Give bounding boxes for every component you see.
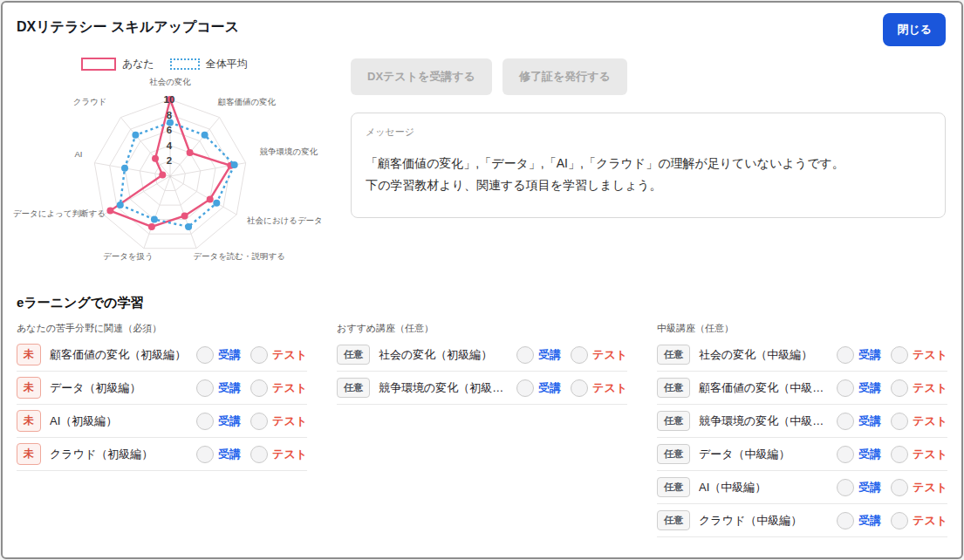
course-label: クラウド（初級編） [50, 447, 188, 462]
course-status-badge: 任意 [337, 345, 370, 365]
attend-label[interactable]: 受講 [858, 347, 881, 363]
svg-text:4: 4 [167, 140, 173, 151]
course-columns: あなたの苦手分野に関連（必須） 未 顧客価値の変化（初級編） 受講 テスト 未 … [17, 322, 947, 537]
test-radio[interactable] [571, 379, 588, 397]
test-label[interactable]: テスト [913, 347, 947, 363]
course-controls: 受講 テスト [837, 512, 947, 529]
average-series-swatch [170, 58, 200, 70]
course-status-badge: 任意 [657, 378, 690, 398]
attend-radio[interactable] [196, 379, 214, 397]
attend-radio[interactable] [837, 512, 854, 529]
attend-label[interactable]: 受講 [858, 380, 881, 396]
course-label: 競争環境の変化（中級編） [699, 413, 828, 429]
certificate-button[interactable]: 修了証を発行する [503, 58, 627, 95]
radar-zone: あなた 全体平均 246810社会の変化顧客価値の変化競争環境の変化社会における… [10, 46, 337, 277]
course-row: 未 顧客価値の変化（初級編） 受講 テスト [17, 338, 307, 372]
message-line: 下の学習教材より、関連する項目を学習しましょう。 [366, 174, 931, 196]
test-label[interactable]: テスト [913, 480, 947, 495]
course-row: 任意 クラウド（中級編） 受講 テスト [657, 504, 947, 537]
attend-radio[interactable] [837, 413, 854, 430]
test-radio[interactable] [250, 346, 268, 364]
course-status-badge: 未 [17, 344, 41, 365]
test-radio[interactable] [891, 413, 908, 430]
attend-radio[interactable] [837, 379, 854, 397]
course-list: 任意 社会の変化（初級編） 受講 テスト 任意 競争環境の変化（初級編） 受講 … [337, 338, 627, 405]
message-card: メッセージ 「顧客価値の変化」,「データ」,「AI」,「クラウド」の理解が足りて… [351, 113, 946, 218]
test-radio[interactable] [891, 512, 908, 529]
close-button[interactable]: 閉じる [883, 13, 946, 46]
attend-radio[interactable] [196, 446, 214, 463]
attend-radio[interactable] [516, 379, 534, 397]
test-label[interactable]: テスト [272, 447, 307, 462]
test-radio[interactable] [891, 479, 908, 496]
dx-test-button[interactable]: DXテストを受講する [351, 58, 492, 95]
course-column-weak-areas: あなたの苦手分野に関連（必須） 未 顧客価値の変化（初級編） 受講 テスト 未 … [17, 322, 307, 537]
course-controls: 受講 テスト [196, 446, 307, 463]
test-radio[interactable] [571, 346, 588, 364]
test-radio[interactable] [891, 446, 908, 463]
test-label[interactable]: テスト [913, 380, 947, 396]
action-row: DXテストを受講する 修了証を発行する [351, 58, 946, 95]
course-status-badge: 未 [17, 443, 41, 465]
test-label[interactable]: テスト [592, 347, 627, 363]
course-controls: 受講 テスト [196, 379, 307, 397]
course-status-badge: 任意 [657, 345, 690, 365]
course-label: AI（中級編） [699, 480, 828, 495]
test-label[interactable]: テスト [272, 413, 307, 429]
course-row: 任意 競争環境の変化（初級編） 受講 テスト [337, 372, 627, 405]
test-label[interactable]: テスト [913, 513, 947, 529]
course-controls: 受講 テスト [837, 413, 947, 430]
attend-label[interactable]: 受講 [218, 413, 241, 429]
legend-item-average: 全体平均 [170, 57, 248, 72]
attend-label[interactable]: 受講 [858, 480, 881, 495]
you-series-swatch [81, 58, 116, 71]
legend-item-you: あなた [81, 57, 154, 72]
attend-radio[interactable] [837, 479, 854, 496]
attend-radio[interactable] [837, 346, 854, 364]
svg-text:AI: AI [75, 149, 83, 159]
right-zone: DXテストを受講する 修了証を発行する メッセージ 「顧客価値の変化」,「データ… [337, 46, 946, 277]
course-status-badge: 任意 [657, 477, 690, 497]
course-controls: 受講 テスト [516, 346, 627, 364]
test-label[interactable]: テスト [272, 347, 307, 363]
attend-label[interactable]: 受講 [858, 447, 881, 462]
attend-label[interactable]: 受講 [218, 347, 241, 363]
test-label[interactable]: テスト [913, 447, 947, 462]
svg-text:8: 8 [167, 110, 173, 120]
course-controls: 受講 テスト [837, 379, 947, 397]
test-radio[interactable] [250, 413, 268, 430]
test-radio[interactable] [891, 346, 908, 364]
attend-label[interactable]: 受講 [218, 447, 241, 462]
attend-label[interactable]: 受講 [538, 347, 561, 363]
course-label: 社会の変化（初級編） [379, 347, 508, 363]
attend-radio[interactable] [516, 346, 534, 364]
chart-legend: あなた 全体平均 [81, 57, 337, 72]
course-row: 任意 AI（中級編） 受講 テスト [657, 471, 947, 504]
attend-radio[interactable] [837, 446, 854, 463]
elearning-section: eラーニングでの学習 あなたの苦手分野に関連（必須） 未 顧客価値の変化（初級編… [3, 277, 961, 537]
column-header: 中級講座（任意） [657, 322, 947, 335]
attend-label[interactable]: 受講 [858, 413, 881, 429]
attend-radio[interactable] [196, 346, 214, 364]
course-row: 任意 データ（中級編） 受講 テスト [657, 438, 947, 471]
attend-radio[interactable] [196, 413, 214, 430]
course-row: 未 AI（初級編） 受講 テスト [17, 405, 307, 438]
attend-label[interactable]: 受講 [538, 380, 561, 396]
test-label[interactable]: テスト [913, 413, 947, 429]
test-radio[interactable] [891, 379, 908, 397]
course-controls: 受講 テスト [516, 379, 627, 397]
test-radio[interactable] [250, 446, 268, 463]
test-label[interactable]: テスト [272, 380, 307, 396]
message-line: 「顧客価値の変化」,「データ」,「AI」,「クラウド」の理解が足りていないようで… [366, 153, 931, 174]
svg-text:データを読む・説明する: データを読む・説明する [193, 251, 285, 261]
svg-text:6: 6 [167, 125, 172, 135]
test-radio[interactable] [250, 379, 268, 397]
course-label: 顧客価値の変化（中級編） [699, 380, 828, 396]
attend-label[interactable]: 受講 [858, 513, 881, 529]
test-label[interactable]: テスト [592, 380, 627, 396]
course-label: 顧客価値の変化（初級編） [50, 347, 188, 363]
attend-label[interactable]: 受講 [218, 380, 241, 396]
course-label: 競争環境の変化（初級編） [379, 380, 508, 396]
course-status-badge: 任意 [337, 378, 370, 398]
course-controls: 受講 テスト [837, 346, 947, 364]
